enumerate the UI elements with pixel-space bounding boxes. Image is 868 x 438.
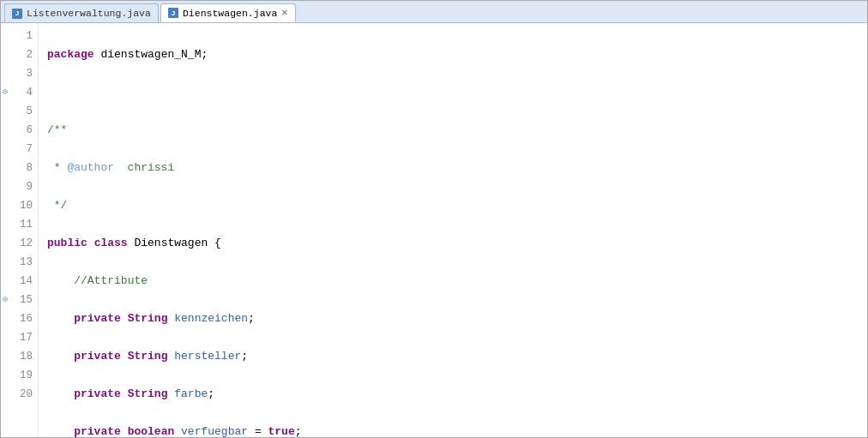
code-line-9: private String kennzeichen; [47,309,867,328]
ln-11: 11 [4,215,33,234]
code-line-5: * @author chrissi [47,159,867,177]
code-line-7: public class Dienstwagen { [47,234,867,253]
editor-window: J Listenverwaltung.java J Dienstwagen.ja… [0,0,868,438]
ln-1: 1 [4,27,33,45]
tab-label: Listenverwaltung.java [27,8,151,19]
ln-15: 15 [4,291,33,309]
tab-label-active: Dienstwagen.java [183,8,277,19]
ln-12: 12 [4,234,33,253]
ln-20: 20 [4,385,33,404]
ln-13: 13 [4,253,33,272]
java-file-icon: J [12,9,22,19]
code-line-4: /** [47,121,867,140]
java-file-icon-active: J [168,8,178,18]
ln-5: 5 [4,102,33,121]
code-area: 1 2 3 4 5 6 7 8 9 10 11 12 13 14 15 16 1… [1,23,867,437]
code-line-8: //Attribute [47,272,867,291]
code-line-6: */ [47,196,867,215]
ln-19: 19 [4,366,33,385]
code-line-11: private String farbe; [47,385,867,404]
code-line-1: package dienstwagen_N_M; [47,45,867,64]
tab-listenverwaltung[interactable]: J Listenverwaltung.java [4,3,159,22]
code-line-10: private String hersteller; [47,347,867,366]
code-line-12: private boolean verfuegbar = true; [47,423,867,437]
ln-2: 2 [4,45,33,64]
ln-17: 17 [4,328,33,347]
ln-18: 18 [4,347,33,366]
tab-close-button[interactable]: ✕ [281,8,287,18]
ln-6: 6 [4,121,33,140]
tab-bar: J Listenverwaltung.java J Dienstwagen.ja… [1,1,867,23]
ln-14: 14 [4,272,33,291]
line-numbers: 1 2 3 4 5 6 7 8 9 10 11 12 13 14 15 16 1… [1,23,39,437]
ln-3: 3 [4,64,33,83]
ln-10: 10 [4,196,33,215]
code-content[interactable]: package dienstwagen_N_M; /** * @author c… [39,23,867,437]
ln-7: 7 [4,140,33,159]
ln-8: 8 [4,159,33,177]
ln-16: 16 [4,309,33,328]
ln-4: 4 [4,83,33,102]
tab-dienstwagen[interactable]: J Dienstwagen.java ✕ [160,3,296,22]
ln-9: 9 [4,177,33,196]
